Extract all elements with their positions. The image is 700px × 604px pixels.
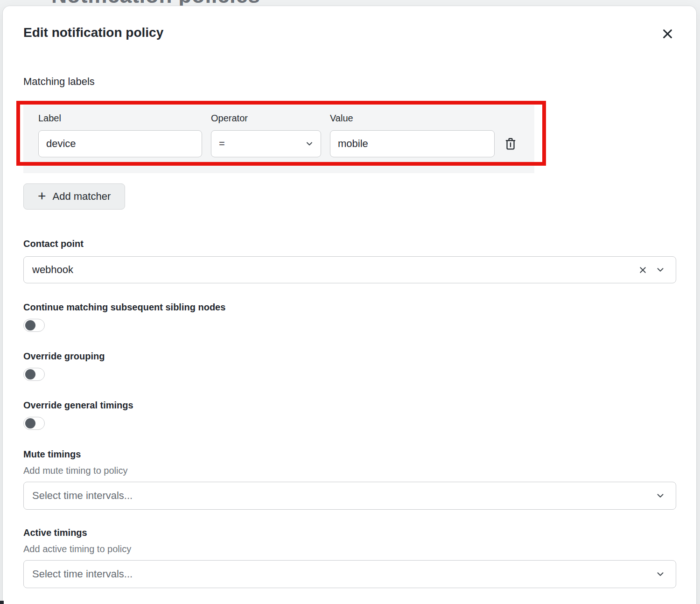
matcher-operator-select[interactable]: = — [211, 130, 321, 157]
override-grouping-toggle[interactable] — [23, 368, 45, 381]
clear-icon[interactable] — [638, 265, 648, 275]
close-icon — [661, 28, 674, 40]
override-general-timings-toggle[interactable] — [23, 417, 45, 430]
modal-title: Edit notification policy — [23, 25, 163, 41]
matching-labels-section-label: Matching labels — [23, 75, 675, 88]
close-button[interactable] — [659, 26, 675, 42]
edit-notification-policy-modal: Edit notification policy Matching labels… — [2, 6, 697, 604]
screen-corner-artifact — [0, 601, 4, 604]
modal-header: Edit notification policy — [23, 25, 675, 42]
matcher-value-input[interactable] — [330, 130, 495, 157]
delete-matcher-button[interactable] — [504, 136, 518, 152]
continue-matching-label: Continue matching subsequent sibling nod… — [23, 301, 675, 313]
value-column-header: Value — [330, 112, 495, 124]
matcher-row: = — [38, 130, 534, 157]
mute-timings-select[interactable]: Select time intervals... — [23, 482, 676, 510]
add-matcher-button[interactable]: + Add matcher — [23, 183, 125, 210]
matcher-row-wrap: Label Operator Value = — [23, 105, 675, 173]
chevron-down-icon — [305, 139, 314, 148]
contact-point-select[interactable]: webhook — [23, 256, 676, 283]
label-column-header: Label — [38, 112, 202, 124]
mute-timings-heading: Mute timings — [23, 448, 675, 460]
plus-icon: + — [38, 190, 46, 203]
mute-timings-placeholder: Select time intervals... — [32, 490, 133, 502]
active-timings-description: Add active timing to policy — [23, 543, 675, 555]
continue-matching-toggle[interactable] — [23, 319, 45, 332]
mute-timings-description: Add mute timing to policy — [23, 465, 675, 476]
matcher-label-input[interactable] — [38, 130, 202, 157]
matcher-panel: Label Operator Value = — [23, 105, 534, 173]
matcher-operator-value: = — [219, 138, 225, 150]
toggle-knob — [25, 320, 35, 330]
matcher-column-headers: Label Operator Value — [38, 112, 534, 124]
toggle-knob — [25, 418, 35, 428]
active-timings-select[interactable]: Select time intervals... — [23, 560, 676, 588]
chevron-down-icon[interactable] — [655, 491, 665, 501]
override-general-timings-label: Override general timings — [23, 399, 675, 411]
add-matcher-label: Add matcher — [53, 190, 111, 203]
active-timings-placeholder: Select time intervals... — [32, 568, 133, 580]
override-grouping-label: Override grouping — [23, 350, 675, 362]
contact-point-label: Contact point — [23, 238, 675, 250]
contact-point-value: webhook — [32, 264, 73, 276]
chevron-down-icon[interactable] — [655, 265, 665, 275]
trash-icon — [504, 137, 517, 151]
active-timings-heading: Active timings — [23, 527, 675, 539]
operator-column-header: Operator — [211, 112, 321, 124]
toggle-knob — [25, 369, 35, 379]
chevron-down-icon[interactable] — [655, 569, 665, 579]
